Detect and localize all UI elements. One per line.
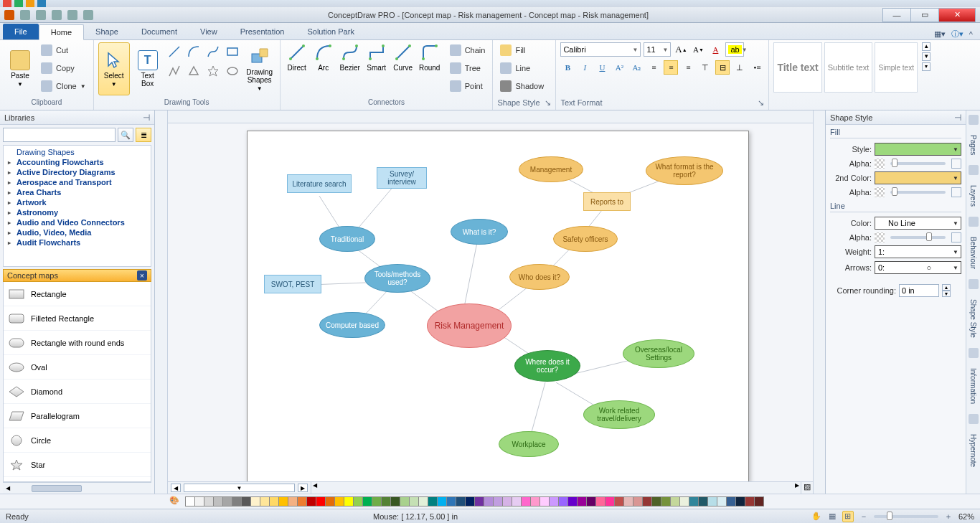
align-top-button[interactable]: ⊤ [698,60,712,75]
font-size-select[interactable]: 11▼ [644,42,671,57]
zoom-in-icon[interactable]: + [943,511,954,522]
connector-direct[interactable]: Direct [285,42,309,72]
color-swatch[interactable] [754,496,764,506]
second-color-select[interactable]: ▼ [875,171,961,184]
shapes-list[interactable]: RectangleFilleted RectangleRectangle wit… [3,282,151,482]
color-swatch[interactable] [372,496,382,506]
chain-button[interactable]: Chain [447,42,489,58]
library-search-input[interactable] [3,128,116,142]
highlight-button[interactable]: ab▼ [725,42,744,57]
qat-print-icon[interactable] [67,10,77,20]
pages-tab-icon[interactable] [969,115,979,125]
hypernote-tab-icon[interactable] [969,414,979,424]
color-swatch[interactable] [194,496,204,506]
tree-item[interactable]: Audio and Video Connectors [4,217,151,227]
shape-item[interactable]: Filleted Rectangle [4,306,151,331]
color-swatch[interactable] [484,496,494,506]
layers-tab-icon[interactable] [969,165,979,175]
color-swatch[interactable] [530,496,540,506]
tree-button[interactable]: Tree [447,60,489,76]
qat-preview-icon[interactable] [83,10,93,20]
snap-icon[interactable]: ▦ [826,511,838,522]
color-swatch[interactable] [428,496,438,506]
color-swatch[interactable] [381,496,391,506]
polygon-tool[interactable] [185,62,203,80]
shape-item[interactable]: Star [4,453,151,477]
color-swatch[interactable] [278,496,288,506]
node-computer[interactable]: Computer based [319,312,385,338]
node-risk-management[interactable]: Risk Management [427,303,512,348]
resize-grip-icon[interactable]: ▨ [801,482,813,494]
line-tool[interactable] [166,42,184,60]
tab-view[interactable]: View [189,24,229,39]
qat-save-icon[interactable] [20,10,30,20]
color-swatch[interactable] [735,496,745,506]
second-alpha-slider[interactable] [890,191,946,194]
color-swatch[interactable] [745,496,755,506]
library-tree[interactable]: Drawing ShapesAccounting FlowchartsActiv… [3,145,151,267]
paste-button[interactable]: Paste▼ [4,42,36,95]
shapes-section-header[interactable]: Concept maps× [3,269,151,282]
pin-icon[interactable]: ⊣ [143,113,150,123]
ribbon-options-icon[interactable]: ▦▾ [934,29,946,39]
subtitle-text-style[interactable]: Subtitle text [824,42,872,93]
shape-item[interactable]: Oval [4,355,151,380]
underline-button[interactable]: U [595,60,609,75]
tree-item[interactable]: Artwork [4,197,151,207]
styles-more-icon[interactable]: ▾ [922,62,930,71]
styles-down-icon[interactable]: ▼ [922,52,930,61]
tab-pages[interactable]: Pages [969,135,977,155]
color-swatch[interactable] [232,496,242,506]
font-family-select[interactable]: Calibri▼ [560,42,641,57]
tree-item[interactable]: Audit Flowcharts [4,237,151,248]
color-swatch[interactable] [222,496,232,506]
color-swatch[interactable] [250,496,260,506]
tree-item[interactable]: Accounting Flowcharts [4,157,151,167]
minimize-button[interactable]: — [882,8,911,22]
superscript-button[interactable]: A² [612,60,626,75]
bold-button[interactable]: B [560,60,575,75]
line-color-select[interactable]: No Line▼ [875,217,961,230]
copy-button[interactable]: Copy [38,60,89,76]
color-swatch[interactable] [269,496,279,506]
color-swatch[interactable] [241,496,251,506]
hand-tool-icon[interactable]: ✋ [811,511,822,522]
align-middle-button[interactable]: ⊟ [715,60,730,75]
color-swatch[interactable] [661,496,671,506]
node-safety[interactable]: Safety officers [553,226,618,252]
fill-button[interactable]: Fill [497,42,547,58]
line-weight-select[interactable]: 1:▼ [875,245,961,258]
color-swatch[interactable] [689,496,699,506]
node-survey[interactable]: Survey/ interview [377,167,427,189]
color-swatch[interactable] [362,496,372,506]
color-swatch[interactable] [418,496,428,506]
color-swatch[interactable] [698,496,708,506]
tab-behaviour[interactable]: Behaviour [969,237,977,269]
tab-presentation[interactable]: Presentation [229,24,296,39]
qat-redo-icon[interactable] [52,10,62,20]
tree-item[interactable]: Area Charts [4,187,151,197]
color-swatch[interactable] [614,496,624,506]
hscrollbar[interactable]: ◀▶ [311,482,801,494]
color-swatch[interactable] [586,496,596,506]
canvas[interactable]: Literature search Survey/ interview Mana… [168,123,813,481]
tab-layers[interactable]: Layers [969,185,977,207]
view-mode-button[interactable]: ≣ [136,128,151,142]
cut-button[interactable]: Cut [38,42,89,58]
color-swatch[interactable] [316,496,326,506]
drawing-shapes-button[interactable]: Drawing Shapes▼ [244,42,275,95]
color-swatch[interactable] [540,496,550,506]
star-tool[interactable] [204,62,222,80]
node-tools[interactable]: Tools/methods used? [364,264,430,293]
color-swatch[interactable] [185,496,195,506]
color-swatch[interactable] [567,496,578,506]
arrows-select[interactable]: 0:○▼ [875,261,961,274]
tab-shapestyle[interactable]: Shape Style [969,299,977,338]
pin-icon[interactable]: ⊣ [954,113,961,123]
connector-curve[interactable]: Curve [391,42,415,72]
tree-item[interactable]: Drawing Shapes [4,147,151,157]
align-center-button[interactable]: ≡ [664,60,678,75]
tab-information[interactable]: Information [969,368,977,404]
behaviour-tab-icon[interactable] [969,217,979,227]
italic-button[interactable]: I [578,60,592,75]
